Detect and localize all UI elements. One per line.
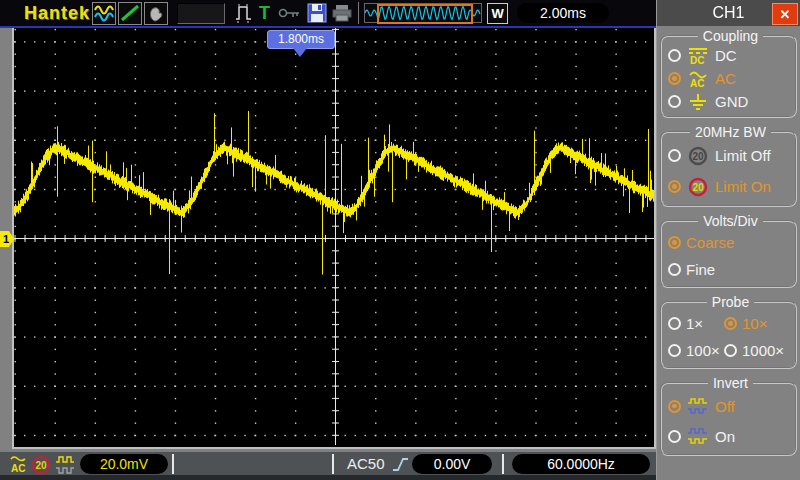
probe-100x-option[interactable]: 100× [668,337,724,364]
oscilloscope-app: { "topbar": { "brand": "Hantek", "trigge… [0,0,800,480]
option-label: GND [715,93,748,110]
option-label: DC [715,47,737,64]
option-label: Limit Off [715,147,771,164]
pan-button[interactable] [144,2,168,25]
radio-icon [724,344,737,357]
measure-button[interactable] [118,2,142,25]
svg-text:AC: AC [690,78,704,88]
trigger-coupling-readout: AC50 [347,455,385,472]
slope-line-icon [119,3,141,23]
waveform-overview[interactable] [364,3,482,23]
option-label: Coarse [686,234,734,251]
probe-1x-option[interactable]: 1× [668,310,724,337]
frequency-readout: 60.0000Hz [512,454,650,474]
print-button[interactable] [332,4,352,22]
scope-graticule [12,28,656,449]
probe-1000x-option[interactable]: 1000× [724,337,793,364]
probe-10x-option[interactable]: 10× [724,310,793,337]
lock-key-icon[interactable] [278,5,302,21]
probe-group: Probe 1× 10× 100× 1000× [660,294,797,369]
ac-coupling-icon: AC [686,70,710,88]
trigger-pulse-icon[interactable] [235,3,253,23]
radio-icon [668,430,681,443]
option-label: 10× [742,315,767,332]
probe-legend: Probe [707,294,754,310]
coupling-ac-icon: AC [8,455,28,479]
invert-off-option[interactable]: Off [668,391,793,421]
svg-text:20: 20 [36,460,48,471]
invert-legend: Invert [708,375,753,391]
svg-text:20: 20 [693,182,705,193]
printer-icon [332,4,352,22]
svg-text:DC: DC [690,55,704,65]
volts-div-group: Volts/Div Coarse Fine [660,213,797,288]
radio-icon [668,400,681,413]
waveform-canvas [14,28,654,445]
option-label: Fine [686,261,715,278]
coupling-gnd-option[interactable]: GND [668,90,793,113]
trigger-edge-icon [392,456,410,478]
bw-20-red-icon: 20 [686,177,710,197]
volts-div-legend: Volts/Div [698,213,762,229]
option-label: On [715,428,735,445]
radio-icon [668,344,681,357]
option-label: Limit On [715,178,771,195]
hand-icon [145,3,167,23]
channel-settings-panel: CH1 ✕ Coupling DC DC AC AC [656,0,800,480]
bandwidth-group: 20MHz BW 20 Limit Off 20 Limit On [660,124,797,207]
volts-div-fine-option[interactable]: Fine [668,256,793,283]
overview-selection-box[interactable] [377,4,473,24]
coupling-ac-option[interactable]: AC AC [668,67,793,90]
toolbar-separator [358,2,359,24]
channels-button[interactable] [92,2,116,25]
coupling-group: Coupling DC DC AC AC [660,28,797,118]
bw-limit-20-icon: 20 [31,455,51,479]
radio-icon [668,317,681,330]
top-toolbar: Hantek T [0,0,656,28]
volts-div-coarse-option[interactable]: Coarse [668,229,793,256]
radio-icon [668,49,681,62]
invert-status-icon [55,455,75,479]
option-label: 1000× [742,342,784,359]
radio-icon [668,72,681,85]
status-field [177,3,225,24]
svg-text:20: 20 [693,151,705,162]
window-mode-button[interactable]: W [487,3,508,24]
trigger-t-button[interactable]: T [259,3,270,23]
timebase-readout: 2.00ms [517,3,609,23]
bw-20-gray-icon: 20 [686,146,710,166]
svg-text:AC: AC [11,463,25,474]
invert-group: Invert Off On [660,375,797,456]
panel-header: CH1 ✕ [657,0,800,26]
statusbar-separator [502,454,504,474]
invert-on-icon [686,427,710,445]
channels-icon [93,3,115,23]
radio-icon [668,263,681,276]
dc-coupling-icon: DC [686,47,710,65]
bw-limit-off-option[interactable]: 20 Limit Off [668,140,793,171]
close-button[interactable]: ✕ [772,3,798,25]
option-label: Off [715,398,735,415]
bw-limit-on-option[interactable]: 20 Limit On [668,171,793,202]
trigger-level-readout: 0.00V [412,454,492,474]
brand-logo: Hantek [24,3,90,24]
option-label: 100× [686,342,720,359]
radio-icon [724,317,737,330]
radio-icon [668,236,681,249]
radio-icon [668,95,681,108]
radio-icon [668,180,681,193]
statusbar-separator [172,454,174,474]
invert-on-option[interactable]: On [668,421,793,451]
trigger-position-marker-icon[interactable] [293,48,307,57]
coupling-dc-option[interactable]: DC DC [668,44,793,67]
option-label: 1× [686,315,703,332]
status-bar: AC 20 20.0mV AC50 0.00V 60.0000Hz [0,450,656,480]
volts-per-div-readout: 20.0mV [80,454,168,474]
statusbar-separator [332,454,334,474]
save-button[interactable] [307,3,327,23]
invert-off-icon [686,397,710,415]
coupling-legend: Coupling [698,28,763,44]
trigger-position-label[interactable]: 1.800ms [267,30,335,49]
plot-area: 1.800ms 1 [0,28,656,450]
bandwidth-legend: 20MHz BW [690,124,771,140]
